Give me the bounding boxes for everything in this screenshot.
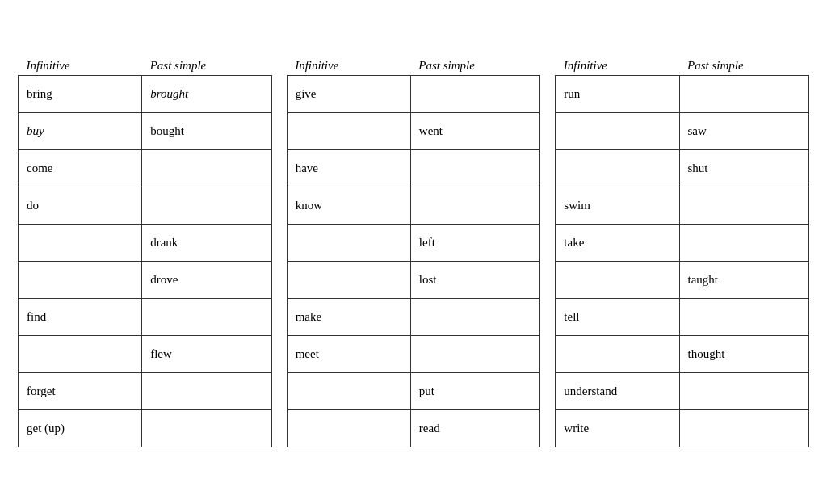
- infinitive-cell: do: [19, 187, 142, 225]
- past-simple-cell: drove: [142, 262, 271, 299]
- table-row: swim: [556, 187, 809, 225]
- table-row: find: [19, 299, 272, 336]
- table-row: give: [287, 76, 540, 113]
- table-row: understand: [556, 373, 809, 410]
- past-simple-cell: [410, 187, 539, 225]
- table-row: read: [287, 410, 540, 447]
- infinitive-cell: get (up): [19, 410, 142, 447]
- past-simple-cell: [410, 299, 539, 336]
- infinitive-cell: understand: [556, 373, 679, 410]
- infinitive-cell: come: [19, 150, 142, 187]
- table-row: saw: [556, 113, 809, 150]
- table-row: do: [19, 187, 272, 225]
- past-simple-cell: bought: [142, 113, 271, 150]
- past-simple-cell: went: [410, 113, 539, 150]
- past-simple-cell: [679, 299, 808, 336]
- infinitive-cell: give: [287, 76, 410, 113]
- infinitive-cell: [287, 373, 410, 410]
- infinitive-cell: [19, 225, 142, 262]
- past-simple-cell: [679, 225, 808, 262]
- infinitive-cell: buy: [19, 113, 142, 150]
- past-simple-cell: lost: [410, 262, 539, 299]
- infinitive-cell: swim: [556, 187, 679, 225]
- past-simple-cell: [679, 410, 808, 447]
- table-row: meet: [287, 336, 540, 373]
- verb-table-3: InfinitivePast simplerunsawshutswimtaket…: [555, 57, 809, 447]
- past-simple-cell: flew: [142, 336, 271, 373]
- table-row: went: [287, 113, 540, 150]
- table-row: flew: [19, 336, 272, 373]
- table-row: forget: [19, 373, 272, 410]
- infinitive-cell: know: [287, 187, 410, 225]
- infinitive-cell: [287, 410, 410, 447]
- infinitive-cell: write: [556, 410, 679, 447]
- infinitive-cell: [556, 113, 679, 150]
- past-simple-cell: shut: [679, 150, 808, 187]
- infinitive-cell: [556, 336, 679, 373]
- past-simple-cell: [679, 373, 808, 410]
- table-row: drove: [19, 262, 272, 299]
- table-row: make: [287, 299, 540, 336]
- past-simple-cell: brought: [142, 76, 271, 113]
- infinitive-cell: [19, 262, 142, 299]
- infinitive-cell: find: [19, 299, 142, 336]
- infinitive-cell: [287, 262, 410, 299]
- past-simple-cell: [142, 373, 271, 410]
- infinitive-cell: have: [287, 150, 410, 187]
- infinitive-cell: [287, 225, 410, 262]
- past-simple-cell: drank: [142, 225, 271, 262]
- past-simple-cell: thought: [679, 336, 808, 373]
- past-simple-cell: [142, 299, 271, 336]
- past-simple-cell: [679, 187, 808, 225]
- table-row: thought: [556, 336, 809, 373]
- table-row: tell: [556, 299, 809, 336]
- past-simple-cell: [410, 150, 539, 187]
- infinitive-cell: [287, 113, 410, 150]
- table-row: take: [556, 225, 809, 262]
- table-row: put: [287, 373, 540, 410]
- header-infinitive: Infinitive: [556, 57, 679, 76]
- past-simple-cell: [142, 187, 271, 225]
- header-past-simple: Past simple: [410, 57, 539, 76]
- header-infinitive: Infinitive: [287, 57, 410, 76]
- table-row: come: [19, 150, 272, 187]
- past-simple-cell: [679, 76, 808, 113]
- past-simple-cell: read: [410, 410, 539, 447]
- verb-table-2: InfinitivePast simplegivewenthaveknowlef…: [287, 57, 541, 447]
- table-row: run: [556, 76, 809, 113]
- past-simple-cell: [410, 76, 539, 113]
- infinitive-cell: take: [556, 225, 679, 262]
- past-simple-cell: [142, 150, 271, 187]
- table-row: know: [287, 187, 540, 225]
- infinitive-cell: [556, 262, 679, 299]
- infinitive-cell: run: [556, 76, 679, 113]
- table-row: have: [287, 150, 540, 187]
- table-row: bringbrought: [19, 76, 272, 113]
- table-row: left: [287, 225, 540, 262]
- header-infinitive: Infinitive: [19, 57, 142, 76]
- page-wrapper: InfinitivePast simplebringbroughtbuyboug…: [10, 48, 817, 456]
- past-simple-cell: taught: [679, 262, 808, 299]
- table-row: buybought: [19, 113, 272, 150]
- past-simple-cell: saw: [679, 113, 808, 150]
- table-row: drank: [19, 225, 272, 262]
- past-simple-cell: [410, 336, 539, 373]
- tables-container: InfinitivePast simplebringbroughtbuyboug…: [18, 57, 809, 447]
- past-simple-cell: left: [410, 225, 539, 262]
- infinitive-cell: bring: [19, 76, 142, 113]
- header-past-simple: Past simple: [679, 57, 808, 76]
- infinitive-cell: [19, 336, 142, 373]
- header-past-simple: Past simple: [142, 57, 271, 76]
- table-row: taught: [556, 262, 809, 299]
- infinitive-cell: make: [287, 299, 410, 336]
- infinitive-cell: forget: [19, 373, 142, 410]
- past-simple-cell: put: [410, 373, 539, 410]
- infinitive-cell: meet: [287, 336, 410, 373]
- verb-table-1: InfinitivePast simplebringbroughtbuyboug…: [18, 57, 272, 447]
- infinitive-cell: [556, 150, 679, 187]
- table-row: write: [556, 410, 809, 447]
- table-row: get (up): [19, 410, 272, 447]
- infinitive-cell: tell: [556, 299, 679, 336]
- table-row: shut: [556, 150, 809, 187]
- past-simple-cell: [142, 410, 271, 447]
